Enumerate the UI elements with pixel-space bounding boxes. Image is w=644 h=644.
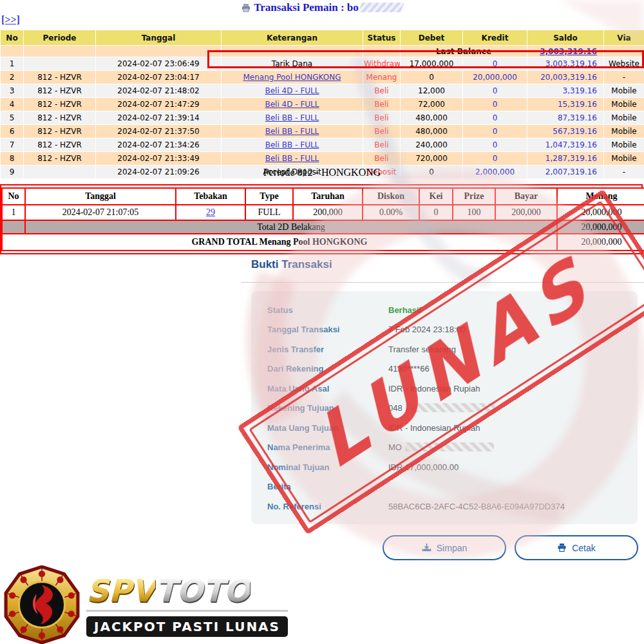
- cell-tebakan: 29: [176, 205, 245, 220]
- cell-status: Beli: [363, 84, 401, 98]
- censored-player-name: [358, 3, 404, 12]
- empty-cell: [222, 46, 363, 57]
- print-icon: [242, 3, 251, 15]
- cell-prize: 100: [453, 205, 495, 220]
- cell-no: 1: [1, 57, 24, 71]
- cell-debet: 720,000: [401, 152, 463, 166]
- cell-status: Menang: [363, 71, 401, 84]
- cell-via: Mobile: [604, 98, 644, 111]
- pagination: [>>]: [1, 14, 20, 26]
- cell-no: 6: [1, 125, 24, 138]
- col-debet: Debet: [401, 30, 463, 46]
- cell-status: Beli: [363, 152, 401, 166]
- cell-via: -: [604, 71, 644, 84]
- cell-kredit: 0: [463, 152, 527, 166]
- keterangan-link[interactable]: Beli 4D - FULL: [265, 100, 319, 109]
- cell-tanggal: 2024-02-07 21:33:49: [96, 152, 222, 166]
- table-row: 8812 - HZVR2024-02-07 21:33:49Beli BB - …: [1, 152, 644, 166]
- receipt-field-value: 58BAC6CB-2AFC-4C52-B8A6-E094A97DD374: [388, 502, 565, 511]
- total-label: Total 2D Belakang: [25, 220, 557, 234]
- site-logo: SPVTOTO JACKPOT PASTI LUNAS: [3, 565, 288, 644]
- receipt-field-label: Mata Uang Tujuan: [267, 423, 388, 433]
- receipt-title: Bukti Transaksi: [251, 258, 332, 271]
- keterangan-link[interactable]: Beli BB - FULL: [265, 127, 319, 136]
- save-button[interactable]: Simpan: [383, 535, 506, 560]
- cell-no: 3: [1, 84, 24, 98]
- cell-no: 5: [1, 111, 24, 125]
- divider: [241, 282, 644, 283]
- cell-saldo: 87,319.16: [527, 111, 604, 125]
- cell-via: Website: [604, 57, 644, 71]
- cell-keterangan: Menang Pool HONGKONG: [222, 71, 363, 84]
- brand-name: SPVTOTO: [86, 574, 288, 611]
- brand-tagline: JACKPOT PASTI LUNAS: [86, 616, 288, 637]
- pagination-next-link[interactable]: [>>]: [1, 14, 20, 25]
- keterangan-link[interactable]: Beli BB - FULL: [265, 140, 319, 149]
- transactions-header-row: No Periode Tanggal Keterangan Status Deb…: [1, 30, 644, 46]
- receipt-card: StatusBerhasilTanggal Transaksi7 Feb 202…: [251, 291, 638, 524]
- periode-note: Periode 812 - HONGKONG: [0, 167, 644, 178]
- print-button[interactable]: Cetak: [515, 535, 638, 560]
- keterangan-link[interactable]: Beli BB - FULL: [265, 113, 319, 122]
- cell-periode: 812 - HZVR: [24, 98, 96, 111]
- cell-keterangan: Beli 4D - FULL: [222, 98, 363, 111]
- cell-keterangan: Beli BB - FULL: [222, 111, 363, 125]
- cell-status: Beli: [363, 125, 401, 138]
- cell-tanggal: 2024-02-07 21:48:02: [96, 84, 222, 98]
- cell-no: 4: [1, 98, 24, 111]
- page-title: Transaksi Pemain : bo: [0, 1, 644, 15]
- receipt-field-value: IDR - Indonesian Rupiah: [388, 423, 480, 433]
- receipt-field-value: 048: [388, 403, 495, 413]
- cell-kei: 0: [419, 205, 453, 220]
- receipt-field: Mata Uang AsalIDR - Indonesian Rupiah: [251, 379, 638, 399]
- empty-cell: [2, 220, 25, 234]
- cell-tanggal: 2024-02-07 21:34:26: [96, 138, 222, 152]
- printer-icon: [557, 543, 567, 553]
- last-balance-label: Last Balance: [401, 46, 527, 57]
- col-tanggal: Tanggal: [25, 188, 176, 205]
- receipt-field-value: 4130****66: [388, 364, 430, 374]
- cell-via: Mobile: [604, 138, 644, 152]
- cell-status: Beli: [363, 111, 401, 125]
- censored-value: [405, 442, 494, 451]
- cell-no: 2: [1, 71, 24, 84]
- receipt-field: No. Referensi58BAC6CB-2AFC-4C52-B8A6-E09…: [251, 497, 638, 516]
- cell-taruhan: 200,000: [293, 205, 363, 220]
- cell-saldo: 15,319.16: [527, 98, 604, 111]
- table-row: 4812 - HZVR2024-02-07 21:47:29Beli 4D - …: [1, 98, 644, 111]
- receipt-field: Mata Uang TujuanIDR - Indonesian Rupiah: [251, 418, 638, 438]
- cell-kredit: 0: [463, 98, 527, 111]
- cell-periode: 812 - HZVR: [24, 71, 96, 84]
- keterangan-link[interactable]: Menang Pool HONGKONG: [243, 73, 341, 82]
- cell-saldo: 1,047,319.16: [527, 138, 604, 152]
- last-balance-value: 3,003,319.16: [527, 46, 604, 57]
- last-balance-link[interactable]: 3,003,319.16: [540, 47, 597, 56]
- table-row: 3812 - HZVR2024-02-07 21:48:02Beli 4D - …: [1, 84, 644, 98]
- cell-debet: 480,000: [401, 125, 463, 138]
- cell-debet: 12,000: [401, 84, 463, 98]
- cell-keterangan: Tarik Dana: [222, 57, 363, 71]
- receipt-field: Nama PenerimaMO: [251, 438, 638, 458]
- receipt-field-value: IDR 17,000,000.00: [388, 462, 459, 472]
- tebakan-link[interactable]: 29: [206, 207, 215, 217]
- transactions-tbody: 12024-02-07 23:06:49Tarik DanaWithdraw17…: [1, 57, 644, 179]
- page-title-text: Transaksi Pemain : bo: [254, 1, 359, 14]
- receipt-field: Dari Rekening4130****66: [251, 359, 638, 379]
- keterangan-link[interactable]: Beli 4D - FULL: [265, 86, 319, 95]
- cell-kredit: 0: [463, 84, 527, 98]
- receipt-field-value: 7 Feb 2024 23:18:00: [388, 325, 466, 334]
- col-taruhan: Taruhan: [293, 188, 363, 205]
- keterangan-link[interactable]: Beli BB - FULL: [265, 154, 319, 163]
- receipt-fields: StatusBerhasilTanggal Transaksi7 Feb 202…: [251, 300, 638, 516]
- col-periode: Periode: [24, 30, 96, 46]
- col-bayar: Bayar: [495, 188, 557, 205]
- cell-saldo: 3,319.16: [527, 84, 604, 98]
- grand-total-label: GRAND TOTAL Menang Pool HONGKONG: [2, 234, 557, 251]
- cell-periode: 812 - HZVR: [24, 111, 96, 125]
- receipt-field-value: IDR - Indonesian Rupiah: [388, 384, 480, 393]
- cell-type: FULL: [245, 205, 293, 220]
- cell-tanggal: 2024-02-07 21:47:29: [96, 98, 222, 111]
- cell-debet: 480,000: [401, 111, 463, 125]
- col-tebakan: Tebakan: [176, 188, 245, 205]
- cell-kredit: 0: [463, 138, 527, 152]
